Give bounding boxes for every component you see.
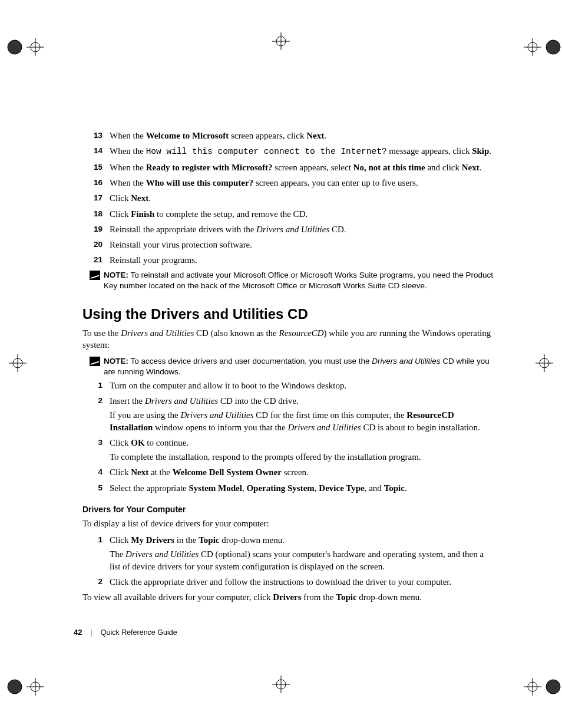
list-item: 21Reinstall your programs. [82,254,494,266]
step-body: Click Finish to complete the setup, and … [110,208,494,220]
step-body: When the Welcome to Microsoft screen app… [110,130,494,141]
steps-list-1: 13When the Welcome to Microsoft screen a… [82,130,494,266]
step-sub-body: If you are using the Drivers and Utiliti… [110,409,494,433]
crop-mark-icon [3,666,38,701]
list-item: 2Insert the Drivers and Utilities CD int… [82,395,494,433]
step-body: When the Who will use this computer? scr… [110,177,494,189]
crop-mark-icon [3,354,27,374]
step-sub-body: The Drivers and Utilities CD (optional) … [110,548,494,572]
step-body: Reinstall the appropriate drivers with t… [110,223,494,235]
page-number: 42 [74,628,82,637]
step-body: When the Ready to register with Microsof… [110,162,494,173]
step-number: 21 [82,254,110,266]
crop-mark-icon [535,354,559,374]
list-item: 19Reinstall the appropriate drivers with… [82,223,494,235]
step-body: Click My Drivers in the Topic drop-down … [110,534,494,572]
list-item: 17Click Next. [82,192,494,204]
note-icon [90,271,100,280]
step-body: Click Next. [110,192,494,204]
step-number: 3 [82,437,110,463]
page-footer: 42 | Quick Reference Guide [74,628,177,637]
footer-separator: | [90,628,92,637]
step-number: 13 [82,130,110,141]
section-intro: To use the Drivers and Utilities CD (als… [82,327,494,351]
list-item: 3Click OK to continue.To complete the in… [82,437,494,463]
steps-list-3: 1Click My Drivers in the Topic drop-down… [82,534,494,588]
note-icon [90,357,100,366]
step-number: 14 [82,145,110,158]
crop-mark-icon [524,27,559,62]
list-item: 14When the How will this computer connec… [82,145,494,158]
step-number: 20 [82,239,110,251]
note-text: NOTE: To access device drivers and user … [104,356,494,377]
step-body: Turn on the computer and allow it to boo… [110,380,494,391]
list-item: 13When the Welcome to Microsoft screen a… [82,130,494,141]
step-body: Insert the Drivers and Utilities CD into… [110,395,494,433]
list-item: 18Click Finish to complete the setup, an… [82,208,494,220]
note-block: NOTE: To access device drivers and user … [90,356,494,377]
crop-mark-icon [3,27,38,62]
list-item: 1Click My Drivers in the Topic drop-down… [82,534,494,572]
svg-point-4 [546,40,560,54]
step-number: 1 [82,534,110,572]
step-body: Click Next at the Welcome Dell System Ow… [110,466,494,478]
step-body: Click the appropriate driver and follow … [110,576,494,588]
subsection-outro: To view all available drivers for your c… [82,591,494,603]
step-number: 4 [82,466,110,478]
svg-point-8 [8,680,22,694]
subsection-heading: Drivers for Your Computer [82,505,494,514]
step-number: 15 [82,162,110,173]
crop-mark-icon [272,32,290,52]
step-number: 16 [82,177,110,189]
note-text: NOTE: To reinstall and activate your Mic… [104,270,494,291]
step-number: 2 [82,395,110,433]
list-item: 4Click Next at the Welcome Dell System O… [82,466,494,478]
step-number: 18 [82,208,110,220]
step-number: 1 [82,380,110,391]
step-body: When the How will this computer connect … [110,145,494,158]
subsection-intro: To display a list of device drivers for … [82,518,494,529]
svg-point-12 [546,680,560,694]
step-number: 19 [82,223,110,235]
section-heading: Using the Drivers and Utilities CD [82,306,494,322]
list-item: 2Click the appropriate driver and follow… [82,576,494,588]
document-page: 13When the Welcome to Microsoft screen a… [0,0,562,728]
list-item: 16When the Who will use this computer? s… [82,177,494,189]
footer-title: Quick Reference Guide [101,628,177,637]
step-body: Reinstall your programs. [110,254,494,266]
list-item: 15When the Ready to register with Micros… [82,162,494,173]
step-number: 5 [82,482,110,494]
list-item: 20Reinstall your virus protection softwa… [82,239,494,251]
note-block: NOTE: To reinstall and activate your Mic… [90,270,494,291]
steps-list-2: 1Turn on the computer and allow it to bo… [82,380,494,494]
step-sub-body: To complete the installation, respond to… [110,451,494,463]
list-item: 5Select the appropriate System Model, Op… [82,482,494,494]
svg-point-0 [8,40,22,54]
step-number: 2 [82,576,110,588]
crop-mark-icon [524,666,559,701]
step-body: Reinstall your virus protection software… [110,239,494,251]
crop-mark-icon [272,676,290,696]
step-body: Click OK to continue.To complete the ins… [110,437,494,463]
step-body: Select the appropriate System Model, Ope… [110,482,494,494]
step-number: 17 [82,192,110,204]
list-item: 1Turn on the computer and allow it to bo… [82,380,494,391]
